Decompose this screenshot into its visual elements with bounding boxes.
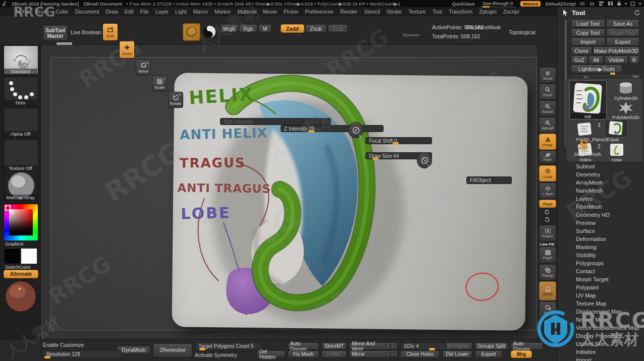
current-brush-thumbnail[interactable] <box>183 23 200 41</box>
tool-thumb-polymesh3d[interactable] <box>616 101 636 114</box>
tool-thumb-nose[interactable] <box>608 143 626 157</box>
zoom-button[interactable]: Zoom <box>539 84 556 100</box>
menu-item-texture[interactable]: Texture <box>408 9 425 15</box>
color-picker[interactable]: Gradient <box>4 204 37 247</box>
rotate-cw-icon[interactable] <box>539 216 555 223</box>
polyf-button[interactable]: PolyF <box>539 247 556 263</box>
restore-icon[interactable] <box>630 2 635 6</box>
persp-button[interactable]: Persp <box>539 134 556 150</box>
frame-button[interactable]: Frame <box>539 225 556 242</box>
enable-customize-button[interactable]: Enable Customize <box>43 342 115 348</box>
section-polygroups[interactable]: Polygroups <box>558 259 644 267</box>
menu-item-zplugin[interactable]: Zplugin <box>479 9 496 15</box>
palette-config2-icon[interactable] <box>608 1 613 6</box>
menu-item-marker[interactable]: Marker <box>214 9 231 15</box>
menu-item-brush[interactable]: Brush <box>35 9 49 15</box>
zremesher-button[interactable]: ZRemesher <box>153 343 192 357</box>
goz-r-button[interactable]: R <box>629 55 639 64</box>
current-material-sphere[interactable] <box>201 23 217 40</box>
mirror-and-weld-button[interactable]: Mirror And Weld <box>349 342 398 350</box>
section-morph-target[interactable]: Morph Target <box>558 275 644 283</box>
sdiv-slider[interactable]: SDiv 4 <box>400 342 447 350</box>
menu-item-alpha[interactable]: Alpha <box>15 9 29 15</box>
section-masking[interactable]: Masking <box>558 243 644 251</box>
section-displacement-map[interactable]: Displacement Map <box>558 308 644 316</box>
z-intensity-slider[interactable]: Z Intensity 25 <box>281 125 384 132</box>
section-layers[interactable]: Layers <box>558 195 644 203</box>
menu-item-draw[interactable]: Draw <box>105 9 118 15</box>
groups-split-button[interactable]: Groups Split <box>475 342 508 350</box>
tool-thumb-pm3d-plane[interactable] <box>574 122 595 137</box>
menus-button[interactable]: Menus <box>520 1 541 7</box>
section-deformation[interactable]: Deformation <box>558 235 644 243</box>
clone-button[interactable]: Clone <box>571 46 592 55</box>
see-through-slider[interactable]: See-through 0 <box>479 1 516 7</box>
switch-color[interactable]: SwitchColor <box>4 248 37 270</box>
section-unified-skin[interactable]: Unified Skin <box>558 340 644 348</box>
alpha-selector-tray[interactable]: Alpha Off <box>4 108 37 137</box>
auto-groups-button[interactable]: Auto Groups <box>288 342 319 350</box>
menu-item-picker[interactable]: Picker <box>284 9 298 15</box>
rgb-intensity-slider[interactable]: Rgb Intensity <box>220 118 331 125</box>
goz-button[interactable]: GoZ <box>571 55 588 64</box>
section-initialize[interactable]: Initialize <box>558 348 644 356</box>
draw-button[interactable]: Draw <box>119 41 135 58</box>
palette-config-icon[interactable] <box>599 1 604 6</box>
stroke-type-selector[interactable]: Dots <box>4 77 37 106</box>
axis-mini-buttons[interactable] <box>386 344 395 348</box>
make-polymesh3d-button[interactable]: Make PolyMesh3D <box>593 46 639 55</box>
alternate-button[interactable]: Alternate <box>4 270 38 278</box>
zcut-button[interactable]: Zcut <box>328 24 348 33</box>
minimize-icon[interactable]: ▾ <box>625 1 627 6</box>
section-nanomesh[interactable]: NanoMesh <box>558 187 644 195</box>
subtool-master-button[interactable]: SubTool Master <box>43 25 68 41</box>
quicksave-button[interactable]: QuickSave <box>452 1 475 7</box>
menu-item-layer[interactable]: Layer <box>155 9 169 15</box>
tool-slider-handle[interactable] <box>610 73 615 75</box>
section-surface[interactable]: Surface <box>558 227 644 235</box>
section-arraymesh[interactable]: ArrayMesh <box>558 178 644 187</box>
rgb-button[interactable]: Rgb <box>239 24 257 33</box>
focal-shift-slider[interactable]: Focal Shift 0 <box>365 137 432 144</box>
material-selector-tray[interactable]: MatCap Gray <box>4 170 37 201</box>
del-mt-button[interactable]: DelMT <box>321 350 347 358</box>
section-visibility[interactable]: Visibility <box>558 251 644 259</box>
gxyz-button[interactable]: Gxyz <box>539 200 556 208</box>
secondary-color-swatch[interactable] <box>21 248 38 264</box>
simplebrush-icon[interactable]: S <box>578 139 591 151</box>
transp-button[interactable]: Transp <box>539 264 556 280</box>
zadd-button[interactable]: Zadd <box>281 24 304 33</box>
dynamic-mode-label[interactable]: Dynamic <box>403 33 419 37</box>
brush-selector[interactable]: Standard <box>4 45 37 75</box>
mrg-button[interactable]: Mrg <box>511 350 532 358</box>
local-button[interactable]: Local <box>539 165 556 182</box>
zsub-button[interactable]: Zsub <box>305 24 327 33</box>
tray-left-icon[interactable] <box>579 2 585 6</box>
menu-item-color[interactable]: Color <box>56 9 68 15</box>
activate-symmetry-button[interactable]: Activate Symmetry <box>195 352 254 358</box>
menu-item-movie[interactable]: Movie <box>263 9 277 15</box>
solo-button[interactable]: Solo <box>539 302 556 318</box>
tool-thumb-ear-selected[interactable]: ear <box>569 80 607 119</box>
menu-item-tool[interactable]: Tool <box>433 9 442 15</box>
tool-thumb-cylinder3d[interactable] <box>615 81 637 95</box>
copy-tool-button[interactable]: Copy Tool <box>571 28 605 37</box>
doc-scrollbar-handle[interactable] <box>57 42 72 45</box>
tool-thumb-ear2[interactable] <box>605 119 628 138</box>
close-holes-button[interactable]: Close Holes <box>400 350 440 358</box>
rotate-button[interactable]: R Rotate <box>168 92 183 108</box>
menu-item-light[interactable]: Light <box>175 9 187 15</box>
menu-item-macro[interactable]: Macro <box>193 9 208 15</box>
section-vector-displacement-map[interactable]: Vector Displacement Map <box>558 324 644 332</box>
scroll-button[interactable]: Scroll <box>539 67 556 83</box>
fix-mesh-button[interactable]: Fix Mesh <box>288 350 319 358</box>
del-lower-button[interactable]: Del Lower <box>442 350 472 358</box>
sculpt-plane[interactable]: HELIX ANTI HELIX TRAGUS ANTI TRAGUS LOBE <box>172 73 527 330</box>
ghost-button[interactable]: Ghost <box>539 281 556 300</box>
menu-item-transform[interactable]: Transform <box>449 9 472 15</box>
del-hidden-button[interactable]: Del Hidden <box>257 350 285 358</box>
lsym-button[interactable]: L.Sym <box>539 183 556 199</box>
del-higher-button[interactable]: Del Higher <box>442 342 472 350</box>
save-as-button[interactable]: Save As <box>606 19 639 28</box>
section-subtool[interactable]: Subtool <box>558 162 644 170</box>
